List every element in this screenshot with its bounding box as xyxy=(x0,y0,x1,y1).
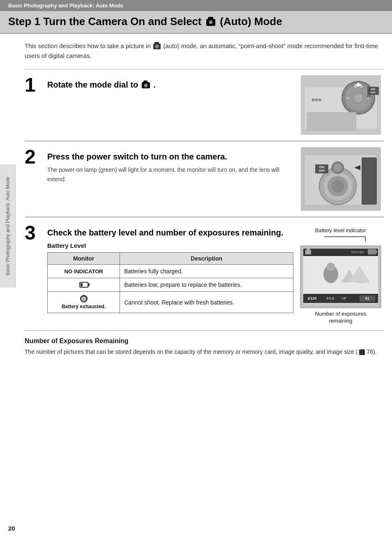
exposures-section: Number of Exposures Remaining The number… xyxy=(25,337,384,356)
step-3-right: Battery level indicator xyxy=(297,223,384,325)
num-exposures-label: Number of exposuresremaining xyxy=(315,311,366,325)
indicator-line-svg xyxy=(300,236,382,244)
battery-exhausted-label: Battery exhausted. xyxy=(62,304,106,309)
camera-icon-title xyxy=(206,19,215,26)
svg-text:ON/: ON/ xyxy=(371,88,375,90)
svg-text:NiTH r8M: NiTH r8M xyxy=(351,251,364,254)
step-2-image: ON/ OFF xyxy=(297,147,384,211)
step-2-desc: The power-on lamp (green) will light for… xyxy=(47,165,293,184)
svg-text:1/125: 1/125 xyxy=(307,296,317,300)
step-3-section: 3 Check the battery level and number of … xyxy=(25,217,384,331)
top-header-text: Basic Photography and Playback: Auto Mod… xyxy=(8,2,123,9)
svg-rect-37 xyxy=(368,249,376,254)
svg-text:OFF: OFF xyxy=(371,91,376,94)
svg-rect-38 xyxy=(376,250,377,253)
exposures-title: Number of Exposures Remaining xyxy=(25,337,384,345)
step-2-number: 2 xyxy=(25,147,47,167)
table-row: Batteries low; prepare to replace the ba… xyxy=(48,278,293,292)
svg-point-27 xyxy=(334,164,342,172)
step-1-content: Rotate the mode dial to . xyxy=(47,75,297,92)
step-2-content: Press the power switch to turn on the ca… xyxy=(47,147,297,184)
sidebar-label: Basic Photography and Playback: Auto Mod… xyxy=(0,164,16,288)
battery-indicator-label: Battery level indicator xyxy=(315,227,366,233)
step-2-section: 2 Press the power switch to turn on the … xyxy=(25,141,384,217)
battery-table: Monitor Description NO INDICATOR Batteri… xyxy=(47,252,293,313)
step-3-number: 3 xyxy=(25,223,47,243)
top-header: Basic Photography and Playback: Auto Mod… xyxy=(0,0,392,11)
help-ref-icon xyxy=(359,349,365,355)
desc-cell-2: Batteries low; prepare to replace the ba… xyxy=(120,278,293,292)
svg-point-4 xyxy=(353,93,363,103)
camera-dial-svg: AUTO P M ON/ OFF xyxy=(301,75,381,135)
step-1-image: AUTO P M ON/ OFF xyxy=(297,75,384,135)
step-1-title: Rotate the mode dial to . xyxy=(47,79,293,90)
main-title-area: Step 1 Turn the Camera On and Select (Au… xyxy=(0,11,392,34)
table-row: NO INDICATOR Batteries fully charged. xyxy=(48,265,293,278)
svg-point-14 xyxy=(312,99,314,101)
camera-icon-step1 xyxy=(142,82,150,88)
svg-text:F3.6: F3.6 xyxy=(327,296,334,300)
svg-point-22 xyxy=(332,180,344,192)
desc-cell-1: Batteries fully charged. xyxy=(120,265,293,278)
svg-text:□4″: □4″ xyxy=(341,296,347,300)
desc-cell-3: Cannot shoot. Replace with fresh batteri… xyxy=(120,292,293,313)
step-3-title: Check the battery level and number of ex… xyxy=(47,227,293,238)
svg-rect-36 xyxy=(307,249,310,251)
battery-level-title: Battery Level xyxy=(47,242,293,249)
camera-icon-inline xyxy=(153,44,161,49)
info-icon: ⓘ xyxy=(80,295,88,302)
table-header-description: Description xyxy=(120,253,293,265)
step-3-content: Check the battery level and number of ex… xyxy=(47,223,297,313)
svg-point-15 xyxy=(315,99,318,101)
monitor-cell-2 xyxy=(48,278,120,292)
table-header-monitor: Monitor xyxy=(48,253,120,265)
svg-rect-28 xyxy=(362,157,377,205)
svg-text:ON/: ON/ xyxy=(319,166,324,168)
intro-text: This section describes how to take a pic… xyxy=(25,41,384,61)
svg-rect-34 xyxy=(303,249,378,256)
svg-text:M: M xyxy=(347,97,349,99)
svg-point-41 xyxy=(327,263,335,271)
svg-text:OFF: OFF xyxy=(319,169,325,172)
monitor-cell-3: ⓘ Battery exhausted. xyxy=(48,292,120,313)
table-row: ⓘ Battery exhausted. Cannot shoot. Repla… xyxy=(48,292,293,313)
svg-rect-13 xyxy=(307,112,356,131)
svg-point-16 xyxy=(318,99,321,101)
camera-screen-svg: NiTH r8M 1/125 F3.6 □4″ 61 xyxy=(300,245,381,308)
exposures-text: The number of pictures that can be store… xyxy=(25,347,384,356)
battery-low-icon xyxy=(79,282,88,288)
content-area: This section describes how to take a pic… xyxy=(0,34,392,364)
svg-rect-12 xyxy=(367,95,371,97)
page-number: 20 xyxy=(8,525,15,532)
step-1-number: 1 xyxy=(25,75,47,95)
step-1-section: 1 Rotate the mode dial to . xyxy=(25,69,384,141)
camera-power-svg: ON/ OFF xyxy=(301,147,381,211)
svg-text:61: 61 xyxy=(365,296,369,300)
monitor-cell-1: NO INDICATOR xyxy=(48,265,120,278)
main-title: Step 1 Turn the Camera On and Select (Au… xyxy=(8,15,384,28)
step-2-title: Press the power switch to turn on the ca… xyxy=(47,151,293,162)
